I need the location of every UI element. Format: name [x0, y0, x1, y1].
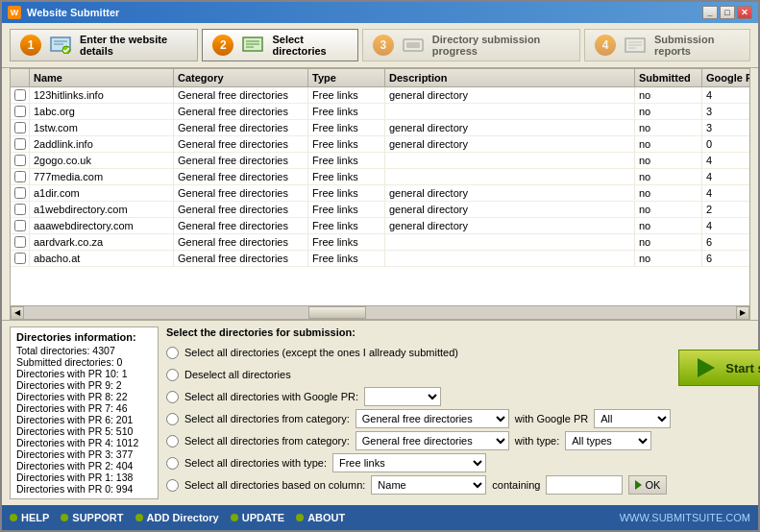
maximize-button[interactable]: □: [720, 6, 735, 19]
support-dot: [61, 514, 68, 521]
option-radio-7[interactable]: [166, 479, 179, 492]
row-checkbox[interactable]: [14, 106, 26, 117]
minimize-button[interactable]: _: [702, 6, 718, 19]
bottom-section: Directories information: Total directori…: [2, 320, 758, 505]
td-pr: 4: [702, 87, 749, 103]
horizontal-scrollbar[interactable]: ◀ ▶: [11, 305, 749, 319]
support-label: SUPPORT: [72, 512, 123, 523]
row-checkbox[interactable]: [14, 122, 26, 133]
help-button[interactable]: HELP: [10, 512, 49, 523]
row-checkbox[interactable]: [14, 253, 26, 264]
td-category: General free directories: [174, 234, 308, 250]
step-num-4: 4: [595, 35, 616, 56]
option-radio-1[interactable]: [166, 347, 179, 359]
containing-input[interactable]: [546, 475, 623, 495]
row-checkbox[interactable]: [14, 155, 26, 166]
dir-info-pr7: Directories with PR 7: 46: [16, 402, 152, 414]
type-select[interactable]: All types: [565, 431, 651, 450]
wizard-step-3: 3 Directory submission progress: [362, 29, 580, 61]
td-name: 777media.com: [30, 169, 174, 184]
td-type: Free links: [308, 153, 385, 168]
th-type: Type: [308, 69, 385, 86]
help-label: HELP: [21, 512, 49, 523]
column-select[interactable]: Name: [371, 475, 486, 495]
row-checkbox[interactable]: [14, 138, 26, 150]
website-label: WWW.SUBMITSUITE.COM: [620, 512, 750, 523]
option-radio-6[interactable]: [166, 457, 179, 470]
ok-button[interactable]: OK: [628, 475, 667, 495]
td-description: general directory: [385, 218, 635, 233]
dir-type-select[interactable]: Free links: [332, 453, 486, 472]
option-label-1: Select all directories (except the ones …: [184, 347, 458, 358]
start-arrow-icon: [695, 358, 718, 377]
add-directory-button[interactable]: ADD Directory: [135, 512, 219, 523]
start-button-label: Start submission: [725, 361, 760, 375]
google-pr-select[interactable]: 12345: [364, 387, 441, 406]
th-name: Name: [30, 69, 174, 86]
step-num-2: 2: [212, 35, 233, 56]
table-row: a1dir.com General free directories Free …: [11, 185, 749, 202]
th-category: Category: [174, 69, 308, 86]
row-checkbox[interactable]: [14, 236, 26, 248]
dir-info-panel: Directories information: Total directori…: [10, 326, 159, 499]
start-submission-button[interactable]: Start submission: [678, 350, 760, 386]
wizard-step-2[interactable]: 2 Select directories: [202, 29, 357, 61]
table-row: 777media.com General free directories Fr…: [11, 169, 749, 185]
td-submitted: no: [635, 169, 702, 184]
row-checkbox[interactable]: [14, 89, 26, 101]
option-row-6: Select all directories with type: Free l…: [166, 453, 671, 472]
wizard-step-1-label: Enter the website details: [80, 34, 187, 57]
update-dot: [231, 514, 238, 521]
google-pr-select-2[interactable]: All: [594, 409, 671, 428]
row-checkbox[interactable]: [14, 187, 26, 199]
td-description: general directory: [385, 120, 635, 135]
option-radio-5[interactable]: [166, 435, 179, 447]
td-name: 1stw.com: [30, 120, 174, 135]
td-name: 1abc.org: [30, 104, 174, 119]
row-checkbox[interactable]: [14, 171, 26, 182]
th-pr: Google P: [702, 69, 750, 86]
with-type-label: with type:: [515, 435, 559, 447]
wizard-step-4-label: Submission reports: [654, 34, 740, 57]
scroll-thumb[interactable]: [308, 306, 366, 319]
table-row: abacho.at General free directories Free …: [11, 251, 749, 267]
option-row-7: Select all directories based on column: …: [166, 475, 671, 495]
option-radio-4[interactable]: [166, 413, 179, 425]
scroll-right-button[interactable]: ▶: [736, 306, 749, 320]
option-radio-3[interactable]: [166, 391, 179, 403]
td-category: General free directories: [174, 87, 308, 103]
about-button[interactable]: ABOUT: [296, 512, 345, 523]
wizard-step-4: 4 Submission reports: [584, 29, 750, 61]
td-pr: 4: [702, 169, 749, 184]
title-bar: W Website Submitter _ □ ✕: [2, 2, 758, 23]
about-label: ABOUT: [307, 512, 345, 523]
th-submitted: Submitted: [635, 69, 702, 86]
step-num-3: 3: [373, 35, 394, 56]
dir-info-pr8: Directories with PR 8: 22: [16, 391, 152, 402]
table-row: aaawebdirectory.com General free directo…: [11, 218, 749, 234]
wizard-step-1[interactable]: 1 Enter the website details: [10, 29, 198, 61]
td-category: General free directories: [174, 136, 308, 152]
row-checkbox[interactable]: [14, 204, 26, 215]
td-type: Free links: [308, 120, 385, 135]
directory-table: Name Category Type Description Submitted…: [10, 68, 750, 320]
select-section-title: Select the directories for submission:: [166, 326, 671, 338]
td-submitted: no: [635, 120, 702, 135]
td-description: general directory: [385, 202, 635, 217]
category-select-2[interactable]: General free directories: [355, 431, 509, 450]
scroll-track[interactable]: [24, 306, 736, 319]
td-category: General free directories: [174, 104, 308, 119]
update-button[interactable]: UPDATE: [231, 512, 284, 523]
td-submitted: no: [635, 153, 702, 168]
table-body[interactable]: 123hitlinks.info General free directorie…: [11, 87, 749, 305]
td-name: abacho.at: [30, 251, 174, 266]
close-button[interactable]: ✕: [737, 6, 752, 19]
td-submitted: no: [635, 234, 702, 250]
support-button[interactable]: SUPPORT: [61, 512, 123, 523]
option-radio-2[interactable]: [166, 369, 179, 381]
scroll-left-button[interactable]: ◀: [11, 306, 24, 320]
row-checkbox[interactable]: [14, 220, 26, 231]
td-type: Free links: [308, 136, 385, 152]
category-select-1[interactable]: General free directories: [355, 409, 509, 428]
td-category: General free directories: [174, 251, 308, 266]
